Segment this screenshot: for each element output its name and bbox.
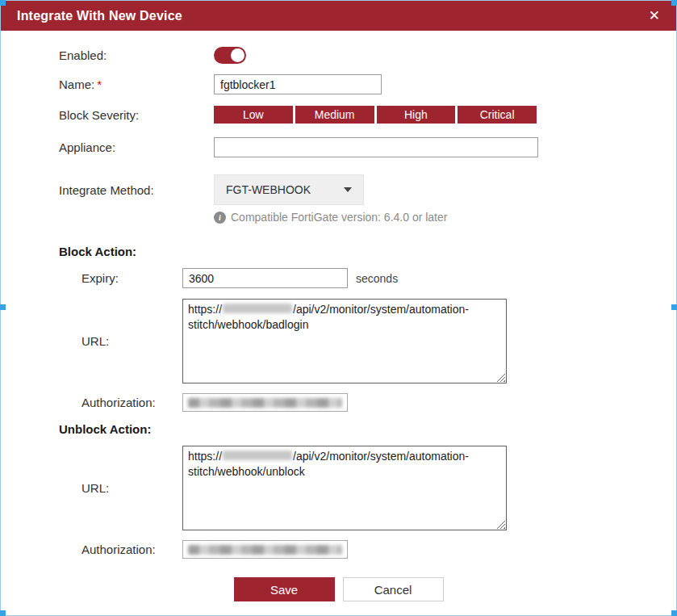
expiry-input[interactable] (182, 268, 348, 288)
method-info-row: i Compatible FortiGate version: 6.4.0 or… (59, 211, 676, 224)
resize-handle-mid-right[interactable] (671, 304, 677, 310)
redacted-host-unblock (223, 450, 292, 460)
close-icon[interactable]: ✕ (646, 7, 663, 24)
appliance-input[interactable] (214, 137, 538, 157)
severity-label: Block Severity: (59, 108, 214, 122)
name-input[interactable] (214, 74, 382, 94)
compatibility-note: i Compatible FortiGate version: 6.4.0 or… (214, 211, 447, 224)
enabled-label: Enabled: (59, 48, 214, 62)
save-button[interactable]: Save (234, 577, 335, 601)
compatibility-note-text: Compatible FortiGate version: 6.4.0 or l… (231, 211, 447, 224)
expiry-row: Expiry: seconds (81, 268, 676, 288)
resize-handle-top-left[interactable] (0, 0, 6, 6)
unblock-authorization-input[interactable] (182, 540, 348, 559)
expiry-unit-label: seconds (356, 272, 398, 285)
block-url-textarea[interactable]: https:///api/v2/monitor/system/automatio… (182, 299, 507, 383)
block-url-prefix: https:// (188, 303, 222, 316)
enabled-row: Enabled: (59, 47, 676, 64)
cancel-button[interactable]: Cancel (343, 577, 444, 601)
required-asterisk: * (97, 78, 102, 91)
block-authorization-input[interactable] (182, 393, 348, 412)
integrate-method-row: Integrate Method: FGT-WEBHOOK (59, 174, 676, 205)
resize-handle-top-right[interactable] (671, 0, 677, 6)
integrate-device-dialog: Integrate With New Device ✕ Enabled: Nam… (0, 0, 677, 616)
dialog-footer: Save Cancel (1, 577, 676, 601)
chevron-down-icon (344, 187, 352, 192)
expiry-label: Expiry: (81, 271, 182, 285)
redacted-authorization-block (188, 398, 342, 408)
name-label: Name:* (59, 78, 214, 91)
dialog-body: Enabled: Name:* Block Severity: Low Medi… (1, 31, 676, 559)
name-label-text: Name: (59, 78, 94, 91)
severity-low-button[interactable]: Low (214, 106, 293, 124)
dialog-title: Integrate With New Device (17, 9, 646, 23)
block-url-label: URL: (81, 334, 182, 348)
integrate-method-label: Integrate Method: (59, 183, 214, 197)
name-row: Name:* (59, 74, 676, 94)
block-url-row: URL: https:///api/v2/monitor/system/auto… (81, 299, 676, 383)
resize-handle-bottom-right[interactable] (671, 610, 677, 616)
unblock-url-label: URL: (81, 481, 182, 495)
unblock-url-prefix: https:// (188, 450, 222, 463)
severity-row: Block Severity: Low Medium High Critical (59, 106, 676, 124)
unblock-url-textarea[interactable]: https:///api/v2/monitor/system/automatio… (182, 446, 507, 530)
appliance-row: Appliance: (59, 137, 676, 157)
severity-button-group: Low Medium High Critical (214, 106, 537, 124)
unblock-url-row: URL: https:///api/v2/monitor/system/auto… (81, 446, 676, 530)
unblock-action-section-header: Unblock Action: (59, 422, 676, 436)
info-icon: i (214, 212, 226, 224)
block-authorization-label: Authorization: (81, 396, 182, 409)
unblock-authorization-label: Authorization: (81, 543, 182, 556)
block-authorization-row: Authorization: (81, 393, 676, 412)
integrate-method-dropdown[interactable]: FGT-WEBHOOK (214, 174, 364, 205)
severity-medium-button[interactable]: Medium (295, 106, 374, 124)
resize-handle-mid-left[interactable] (0, 304, 6, 310)
redacted-host-block (223, 304, 292, 313)
severity-high-button[interactable]: High (377, 106, 456, 124)
redacted-authorization-unblock (188, 545, 342, 555)
appliance-label: Appliance: (59, 140, 214, 154)
unblock-authorization-row: Authorization: (81, 540, 676, 559)
dialog-header: Integrate With New Device ✕ (1, 1, 676, 31)
resize-handle-bottom-left[interactable] (0, 610, 6, 616)
integrate-method-value: FGT-WEBHOOK (226, 183, 344, 196)
block-action-section-header: Block Action: (59, 245, 676, 258)
severity-critical-button[interactable]: Critical (458, 106, 537, 124)
toggle-knob (231, 48, 244, 62)
enabled-toggle[interactable] (214, 47, 246, 64)
